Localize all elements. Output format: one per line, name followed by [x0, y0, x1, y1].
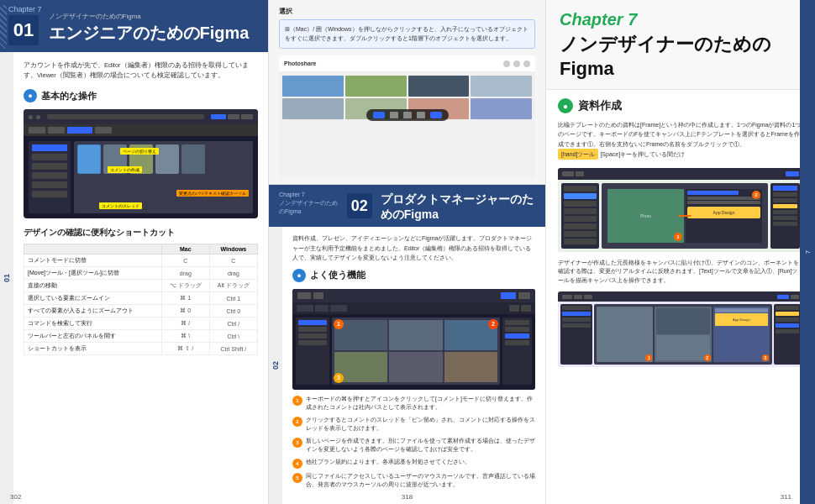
- shortcut-win-key: Ctrl Shift /: [209, 343, 257, 355]
- figma-toolbar-1: [24, 124, 258, 136]
- shortcut-mac-key: ⌘ 1: [161, 292, 209, 305]
- shortcut-win-key: Alt ドラッグ: [209, 280, 257, 292]
- chapter-label-left: Chapter 7: [8, 5, 42, 13]
- shortcut-action: コメントモードに切替: [24, 255, 162, 267]
- shortcut-mac-key: ⌘ /: [161, 318, 209, 330]
- note-text-4: 他社プラン規約によります。各承認基を対処させてください。: [306, 458, 471, 467]
- section-number-01: 01: [3, 274, 11, 282]
- figma-screenshot-2: 1 2 3: [292, 289, 535, 390]
- right-main-title: ノンデザイナーのための Figma: [560, 33, 802, 81]
- figma-bar-2: [292, 289, 535, 302]
- shortcut-action: ツールバーと左右のパネルを開す: [24, 330, 162, 343]
- right-step-1: 1: [674, 233, 682, 241]
- bottom-toolbar: [366, 109, 449, 121]
- section-heading-1: ● 基本的な操作: [24, 89, 258, 102]
- shortcut-win-key: Ctrl /: [209, 318, 257, 330]
- layer-6: [564, 223, 597, 229]
- fig-dot-1: [29, 115, 33, 119]
- shortcut-row: ショートカットを表示⌘ ⇧ /Ctrl Shift /: [24, 343, 258, 355]
- right-top-header: Chapter 7 ノンデザイナーのための Figma: [546, 0, 815, 90]
- right-figma-canvas-2: 1 2: [558, 302, 803, 367]
- right-panel: Chapter 7 ノンデザイナーのための Figma ● 資料作成 比喩テプレ…: [546, 0, 815, 504]
- shortcut-mac-key: ⌥ ドラッグ: [161, 280, 209, 292]
- figma-tool-2: [48, 127, 65, 134]
- right-tag-context: [Space]キーを押している間だけ: [600, 151, 685, 157]
- numbered-notes: 1 キーボードの⌘を押すとアイコンをクリックして[コメント]モードに切り替えます…: [292, 395, 535, 490]
- shortcut-action: ショートカットを表示: [24, 343, 162, 355]
- chapter-02-label: Chapter 7: [279, 192, 339, 197]
- left-description: アカウントを作成が先で、Editor（編集者）権限のある招待を取得しています。V…: [24, 60, 258, 81]
- shortcut-action: [Move]ツール・[選択ツール]に切替: [24, 267, 162, 280]
- note-text-5: 同じファイルにアクセスしているユーザーのマウスカーソルです。音声通話している場合…: [306, 472, 535, 490]
- header-icons: [503, 60, 530, 67]
- photo-1: [282, 76, 344, 97]
- shortcut-win-key: Ctrl 0: [209, 305, 257, 318]
- shortcut-row: [Move]ツール・[選択ツール]に切替dragdrag: [24, 267, 258, 280]
- layer-8: [564, 239, 597, 244]
- section-icon-1: ●: [24, 89, 37, 102]
- right-figma-canvas: Photo 1 App Design 2: [558, 180, 803, 252]
- chapter-7-label: Chapter 7: [560, 10, 802, 29]
- right-layers-panel: [561, 183, 599, 249]
- left-panel: Chapter 7 01 ノンデザイナーのためのFigma エンジニアのためのF…: [0, 0, 269, 504]
- shortcut-row: 直接の移動⌥ ドラッグAlt ドラッグ: [24, 280, 258, 292]
- shortcut-row: すべての要素が入るようにズームアウト⌘ 0Ctrl 0: [24, 305, 258, 318]
- selection-description: ⊞（Mac）/ 囲（Windows）を押しながらクリックすると、入れ子になってい…: [279, 19, 535, 49]
- step-r2-3: 3: [762, 354, 769, 361]
- right-canvas-main: Photo 1 App Design 2: [602, 183, 768, 249]
- photo-2: [345, 76, 407, 97]
- photo-4: [471, 76, 532, 97]
- numbered-note: 4 他社プラン規約によります。各承認基を対処させてください。: [292, 458, 535, 469]
- numbered-note: 5 同じファイルにアクセスしているユーザーのマウスカーソルです。音声通話している…: [292, 472, 535, 490]
- chapter-number-left: 01: [8, 15, 39, 45]
- shortcut-win-key: Ctrl 1: [209, 292, 257, 305]
- page-number-right: 311: [781, 493, 791, 501]
- left-subtitle: ノンデザイナーのためのFigma: [49, 12, 250, 21]
- step-2: 2: [488, 319, 498, 329]
- figma-tool-1: [29, 127, 45, 134]
- step-r2-1: 1: [645, 354, 652, 361]
- chapter-word: Chapter: [560, 10, 623, 29]
- right-side-text: 7: [805, 250, 811, 254]
- left-header: Chapter 7 01 ノンデザイナーのためのFigma エンジニアのためのF…: [0, 0, 268, 52]
- shortcut-action: 選択している要素にズームイン: [24, 292, 162, 305]
- note-text-1: キーボードの⌘を押すとアイコンをクリックして[コメント]モードに切り替えます。作…: [306, 395, 535, 412]
- shortcut-mac-key: drag: [161, 267, 209, 280]
- note-text-3: 新しいページを作成できます。別にファイルを使って素材作成する場合は、使ったデザイ…: [306, 437, 535, 454]
- right-step-2: 2: [752, 191, 760, 199]
- right-content: ● 資料作成 比喩テプレートのための資料は[Frame]という枠の中に作成します…: [546, 90, 815, 504]
- layer-4: [564, 208, 597, 214]
- chapter-02-subtitle: ノンデザイナーのためのFigma: [279, 199, 339, 216]
- shortcut-table: Mac Windows コメントモードに切替CC[Move]ツール・[選択ツール…: [24, 244, 258, 355]
- figma-tool-3: [95, 127, 112, 134]
- numbered-note: 1 キーボードの⌘を押すとアイコンをクリックして[コメント]モードに切り替えます…: [292, 395, 535, 412]
- col-mac: Mac: [161, 244, 209, 255]
- section-number-02: 02: [271, 361, 280, 370]
- icon-2: [513, 60, 520, 67]
- left-title: エンジニアのためのFigma: [49, 23, 250, 43]
- middle-bottom-content: 資料作成、プレゼン、アイディエーションなどにFigmaが活躍します。プロダクトマ…: [282, 227, 545, 504]
- green-section-icon: ●: [558, 98, 573, 113]
- note-number-4: 4: [292, 459, 302, 469]
- figma-layers-panel: [29, 141, 71, 213]
- shortcut-table-title: デザインの確認に便利なショートカット: [24, 227, 258, 239]
- chapter-02-header: Chapter 7 ノンデザイナーのためのFigma 02 プロダクトマネージャ…: [269, 185, 545, 227]
- col-windows: Windows: [209, 244, 257, 255]
- icon-3: [523, 60, 530, 67]
- right-section-heading: ● 資料作成: [558, 98, 803, 113]
- note-text-2: クリックするとコメントのスレッドを「ピン留め」され、コメントに対応する操作をスレ…: [306, 416, 535, 433]
- right-side-number: 7: [800, 0, 815, 504]
- note-number-3: 3: [292, 438, 302, 448]
- right-desc2: デザイナーが作成した元長格様をキャンバスに貼り付け①、デザインのコン、ポーネント…: [558, 259, 803, 286]
- photoshare-mockup: Photoshare: [279, 55, 535, 177]
- shortcut-action: 直接の移動: [24, 280, 162, 292]
- step-3: 3: [334, 373, 344, 383]
- middle-desc: 資料作成、プレゼン、アイディエーションなどにFigmaが活躍します。プロダクトマ…: [292, 234, 535, 262]
- shortcut-table-section: デザインの確認に便利なショートカット Mac Windows コメントモードに切…: [24, 227, 258, 355]
- note-number-2: 2: [292, 417, 302, 427]
- figma-canvas-1: ページの切り替え コメントの作成 変更点のバツテキスト確認カーソル コメントのス…: [24, 136, 258, 218]
- shortcut-row: 選択している要素にズームイン⌘ 1Ctrl 1: [24, 292, 258, 305]
- section-title-2: よく使う機能: [310, 269, 365, 281]
- left-content: アカウントを作成が先で、Editor（編集者）権限のある招待を取得しています。V…: [13, 52, 268, 504]
- figma-label-3: 変更点のバツテキスト確認カーソル: [176, 190, 249, 197]
